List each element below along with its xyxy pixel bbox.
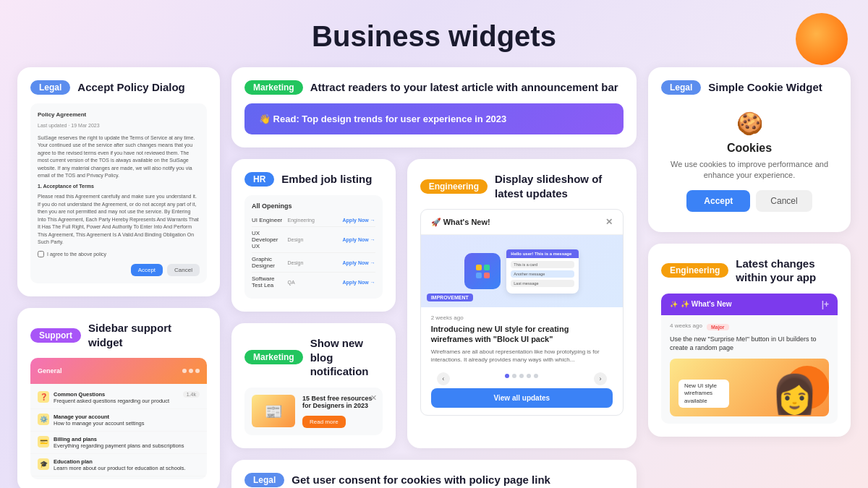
job-link-3[interactable]: Apply Now → — [343, 280, 375, 285]
support-text-1: Manage your account How to manage your a… — [54, 414, 145, 427]
support-item-desc-2: Everything regarding payment plans and s… — [54, 442, 184, 449]
slideshow-inner-header: 🚀 What's New! ✕ — [421, 210, 623, 235]
blocks-logo-inner — [476, 265, 490, 278]
cookie-consent-header: Legal Get user consent for cookies with … — [244, 473, 624, 487]
hr-blog-col: HR Embed job listing All Openings UI Eng… — [231, 159, 396, 448]
policy-accept-button[interactable]: Accept — [131, 264, 163, 276]
slideshow-preview: 🚀 What's New! ✕ — [420, 209, 624, 416]
list-item[interactable]: 🎓 Education plan Learn more about our pr… — [30, 454, 207, 476]
job-row-1[interactable]: UX Developer UX Design Apply Now → — [252, 227, 375, 253]
job-row-0[interactable]: UI Engineer Engineering Apply Now → — [252, 214, 375, 227]
changes-close-icon[interactable]: |+ — [822, 299, 829, 309]
prev-arrow[interactable]: ‹ — [437, 372, 450, 385]
slideshow-card: Engineering Display slideshow of latest … — [407, 159, 637, 448]
slideshow-date: 2 weeks ago — [431, 314, 613, 321]
changes-date-row: 4 weeks ago Major — [670, 322, 829, 332]
slideshow-title: Display slideshow of latest updates — [495, 172, 624, 200]
job-list-preview: All Openings UI Engineer Engineering App… — [244, 195, 383, 299]
cookie-widget-accept-button[interactable]: Accept — [686, 190, 750, 212]
support-item-title-0: Common Questions — [54, 391, 169, 398]
slideshow-header: Engineering Display slideshow of latest … — [420, 172, 624, 200]
job-link-0[interactable]: Apply Now → — [343, 218, 375, 223]
dot-1 — [182, 369, 187, 373]
read-more-button[interactable]: Read more — [302, 416, 346, 428]
cookies-heading: Cookies — [668, 142, 830, 155]
announcement-bar[interactable]: 👋 Read: Top design trends for user exper… — [244, 103, 624, 134]
cookie-widget-cancel-button[interactable]: Cancel — [756, 190, 812, 212]
list-item[interactable]: ❓ Common Questions Frequent asked questi… — [30, 387, 207, 409]
accept-policy-card: Legal Accept Policy Dialog Policy Agreem… — [17, 67, 220, 296]
dot-3 — [527, 374, 531, 378]
policy-body1: SuiSage reserves the right to update the… — [38, 134, 200, 180]
improvement-tag: IMPROVEMENT — [427, 294, 473, 301]
job-link-2[interactable]: Apply Now → — [343, 260, 375, 265]
cookie-emoji: 🍪 — [668, 111, 830, 136]
announcement-card: Marketing Attract readers to your latest… — [231, 67, 637, 147]
blog-notification-card: Marketing Show new blog notification 📰 1… — [231, 323, 396, 448]
dot-2 — [519, 374, 524, 378]
blog-header: Marketing Show new blog notification — [244, 336, 383, 379]
cookie-widget-preview: 🍪 Cookies We use cookies to improve perf… — [661, 103, 838, 219]
job-name-3: Software Test Lea — [252, 275, 284, 288]
job-list-header: All Openings — [252, 202, 375, 210]
announcement-title: Attract readers to your latest article w… — [310, 80, 618, 95]
next-arrow[interactable]: › — [594, 372, 607, 385]
policy-cancel-button[interactable]: Cancel — [167, 264, 200, 276]
job-row-2[interactable]: Graphic Designer Design Apply Now → — [252, 253, 375, 273]
accept-policy-title: Accept Policy Dialog — [77, 80, 184, 95]
support-item-desc-0: Frequent asked questions regarding our p… — [54, 398, 169, 404]
changes-preview: ✨ ✨ What's New |+ 4 weeks ago Major Use … — [661, 294, 838, 424]
blocks-logo — [464, 253, 501, 289]
star-icon: ✨ — [670, 301, 678, 308]
chat-preview: Hello user! This is a message This is a … — [506, 249, 579, 294]
job-name-0: UI Engineer — [252, 217, 284, 223]
job-dept-1: Design — [288, 237, 339, 242]
legal-badge-1: Legal — [30, 80, 70, 95]
cookie-consent-title: Get user consent for cookies with policy… — [292, 473, 550, 487]
announcement-bar-text: 👋 Read: Top design trends for user exper… — [259, 114, 506, 124]
blog-notification-preview: 📰 15 Best free resources for Designers i… — [244, 388, 383, 435]
job-dept-0: Engineering — [288, 218, 339, 223]
slideshow-desc: Wireframes are all about representation … — [431, 348, 613, 364]
accept-policy-header: Legal Accept Policy Dialog — [30, 80, 207, 95]
job-dept-2: Design — [288, 260, 339, 265]
chat-header: Hello user! This is a message — [506, 249, 579, 258]
engineering-badge-2: Engineering — [661, 263, 728, 278]
cookie-widget-title: Simple Cookie Widget — [708, 80, 822, 95]
support-item-title-1: Manage your account — [54, 414, 145, 420]
slideshow-nav: ‹ › — [431, 369, 613, 388]
job-header: HR Embed job listing — [244, 172, 383, 187]
whats-new-text: ✨ What's New — [681, 300, 732, 308]
marketing-badge-2: Marketing — [244, 350, 303, 364]
support-title: Sidebar support widget — [88, 321, 207, 349]
slideshow-close-icon[interactable]: ✕ — [605, 217, 613, 227]
support-item-title-3: Education plan — [54, 458, 186, 465]
chat-msg-2: Another message — [511, 270, 574, 278]
blog-close-icon[interactable]: ✕ — [370, 393, 377, 403]
blog-thumb: 📰 — [252, 395, 295, 427]
block-sq-2 — [484, 265, 490, 270]
slideshow-content: 2 weeks ago Introducing new UI style for… — [421, 307, 623, 415]
support-item-desc-3: Learn more about our product for educati… — [54, 465, 186, 471]
policy-checkbox-input[interactable] — [38, 251, 44, 257]
support-preview: General ❓ Common Questions Freque — [30, 358, 207, 479]
list-item[interactable]: ⚙️ Manage your account How to manage you… — [30, 409, 207, 432]
policy-checkbox-label: I agree to the above policy — [47, 251, 106, 259]
changes-image: 👩 New UI style wireframes available — [670, 359, 829, 416]
job-row-3[interactable]: Software Test Lea QA Apply Now → — [252, 273, 375, 291]
changes-item: 4 weeks ago Major Use the new "Surprise … — [661, 315, 838, 424]
block-sq-4 — [484, 273, 490, 278]
block-sq-3 — [476, 273, 482, 278]
list-item[interactable]: 💳 Billing and plans Everything regarding… — [30, 432, 207, 454]
changes-description: Use the new "Surprise Me!" button in UI … — [670, 335, 829, 353]
view-all-button[interactable]: View all updates — [431, 388, 613, 408]
policy-checkbox[interactable]: I agree to the above policy — [38, 251, 200, 259]
center-column: Marketing Attract readers to your latest… — [231, 67, 637, 488]
dot-2 — [189, 369, 193, 373]
support-header: Support Sidebar support widget — [30, 321, 207, 349]
support-icon-3: 🎓 — [38, 458, 49, 470]
job-dept-3: QA — [288, 280, 339, 285]
job-listing-card: HR Embed job listing All Openings UI Eng… — [231, 159, 396, 312]
job-link-1[interactable]: Apply Now → — [343, 237, 375, 242]
slideshow-article-title: Introducing new UI style for creating wi… — [431, 324, 613, 345]
